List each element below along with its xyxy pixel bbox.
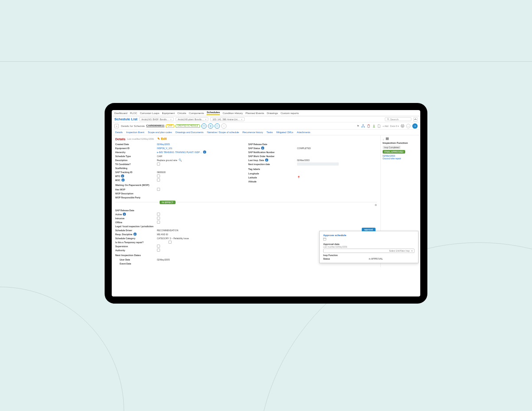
svg-line-1 (388, 119, 389, 120)
schedule-id: CAIR00060011 (146, 124, 164, 127)
breadcrumb-2[interactable]: ArcticLNG-plant: Burullu…× (176, 117, 209, 121)
info-icon[interactable]: i (121, 178, 125, 182)
filter-icon[interactable] (386, 138, 389, 141)
page-title: Schedule List (114, 117, 137, 121)
subtab-drawings[interactable]: Drawings and Documents (176, 131, 203, 134)
search-input[interactable]: Search (385, 117, 411, 121)
info-icon[interactable]: i (123, 213, 126, 216)
right-toolbar: ⚑ + Add Docs 0 ▾ ⋯ (356, 123, 418, 129)
section-divider: IN EFFECT ⚙ (115, 202, 377, 206)
edit-button[interactable]: ✎ Edit (157, 137, 167, 141)
settings-icon[interactable]: ⚙ (375, 203, 377, 206)
tree-icon[interactable] (361, 124, 365, 128)
subtab-narrative[interactable]: Narrative / Scope of schedule (207, 131, 239, 134)
delete-icon[interactable] (367, 124, 370, 128)
more-button[interactable]: ⋯ (406, 124, 411, 128)
close-icon[interactable]: × (170, 118, 172, 121)
nav-planned-events[interactable]: Planned Events (246, 112, 264, 115)
pin-icon[interactable]: 📍 (297, 176, 300, 179)
info-icon[interactable]: i (261, 146, 264, 150)
checkbox[interactable] (157, 188, 160, 191)
title-bar: Schedule List ArcticLNG: BASF: Burullu…×… (112, 116, 420, 123)
approval-tab[interactable]: approval (362, 228, 376, 231)
history-button[interactable] (215, 123, 220, 129)
schedule-header: + Details for Schedule CAIR00060011 CAIR… (112, 123, 420, 130)
info-icon[interactable]: i (265, 158, 268, 162)
svg-rect-10 (364, 126, 365, 127)
file-icon[interactable] (377, 124, 381, 128)
checkbox[interactable] (157, 213, 160, 216)
toolbar-add-label[interactable]: + Add (383, 125, 388, 127)
arrow-down-icon[interactable]: ↓ (383, 138, 384, 141)
download-icon[interactable] (372, 124, 376, 128)
nav-floc[interactable]: FLOC (130, 112, 137, 115)
print-icon[interactable] (401, 124, 404, 128)
nav-equipment[interactable]: Equipment (162, 112, 175, 115)
next-button[interactable] (412, 123, 418, 129)
magnify-icon[interactable]: 🔍 (179, 158, 182, 162)
checkbox[interactable] (157, 178, 160, 182)
approve-schedule-title: Approve schedule (323, 234, 415, 237)
subtab-details[interactable]: Details (115, 131, 123, 134)
details-right: SAP Release Date SAP StatusiCOMPLETED SA… (248, 142, 377, 199)
checkbox[interactable] (157, 221, 160, 224)
user-icon (223, 125, 225, 127)
svg-rect-16 (387, 138, 388, 140)
flag-icon[interactable]: ⚑ (356, 124, 360, 128)
close-icon[interactable]: × (205, 118, 207, 121)
nav-circuits[interactable]: Circuits (177, 112, 186, 115)
next-inspection-input[interactable] (297, 162, 339, 166)
checkbox[interactable] (157, 174, 160, 178)
calendar-icon[interactable] (323, 237, 415, 241)
info-icon[interactable]: i (121, 174, 124, 178)
history-icon (216, 125, 219, 127)
chip-cair: CAIR (166, 124, 174, 128)
svg-rect-2 (203, 125, 205, 127)
nav-custom-reports[interactable]: Custom reports (281, 112, 299, 115)
svg-rect-17 (324, 238, 326, 241)
subtab-scope-plan[interactable]: Scope and plan codes (148, 131, 172, 134)
breadcrumb-1[interactable]: ArcticLNG: BASF: Burullu…× (139, 117, 174, 121)
info-icon[interactable]: i (133, 233, 137, 236)
checkbox[interactable] (157, 245, 160, 248)
subtab-recurrence[interactable]: Recurrence history (243, 131, 263, 134)
checkbox[interactable] (157, 162, 160, 166)
calendar-button[interactable] (201, 123, 207, 129)
subtab-attachments[interactable]: Attachments (297, 131, 311, 134)
collapse-button[interactable] (413, 117, 418, 122)
top-nav: Dashboard FLOC Corrosion Loops Equipment… (112, 110, 420, 116)
nav-schedules[interactable]: Schedules (207, 111, 220, 115)
svg-point-0 (387, 119, 389, 120)
insp-desc-link[interactable]: Ground wire repair (383, 157, 401, 160)
nav-components[interactable]: Components (189, 112, 204, 115)
checkbox[interactable] (168, 241, 172, 244)
svg-rect-9 (362, 126, 363, 127)
subtab-inspection-event[interactable]: Inspection Event (126, 131, 145, 134)
info-icon[interactable]: i (203, 150, 206, 154)
in-effect-badge: IN EFFECT (160, 201, 176, 204)
nav-condition-history[interactable]: Condition History (223, 112, 243, 115)
chip-created: CREATED SCHEDULE (176, 124, 200, 128)
approval-select[interactable]: Select Unit/New Insp ▾ (323, 249, 415, 253)
close-icon[interactable]: × (241, 118, 243, 121)
search-icon (387, 118, 389, 120)
copy-icon (209, 125, 212, 127)
nav-drawings[interactable]: Drawings (267, 112, 278, 115)
copy-button[interactable] (208, 123, 213, 129)
nav-dashboard[interactable]: Dashboard (114, 112, 127, 115)
breadcrumb-3[interactable]: 103. 141. 398: Amine Uni…× (210, 117, 244, 121)
arrow-right-icon (414, 125, 416, 127)
calendar-icon (203, 125, 205, 127)
nav-corrosion-loops[interactable]: Corrosion Loops (140, 112, 159, 115)
add-schedule-button[interactable]: + (114, 124, 119, 128)
checkbox[interactable] (157, 217, 160, 220)
approval-modified: Last modified 02/May/2006 (323, 246, 415, 248)
svg-rect-15 (387, 138, 387, 140)
checkbox[interactable] (157, 249, 160, 252)
details-left: Created Date02/May/2005 Equipment IDINSP… (115, 142, 244, 199)
details-title: Details Last modified 02/May/2006 ✎ Edit (115, 137, 167, 141)
user-button[interactable] (221, 123, 227, 129)
toolbar-docs-label[interactable]: Docs 0 ▾ (390, 125, 399, 127)
subtab-tasks[interactable]: Tasks (266, 131, 273, 134)
subtab-mitigated-cmls[interactable]: Mitigated CMLs (276, 131, 293, 134)
